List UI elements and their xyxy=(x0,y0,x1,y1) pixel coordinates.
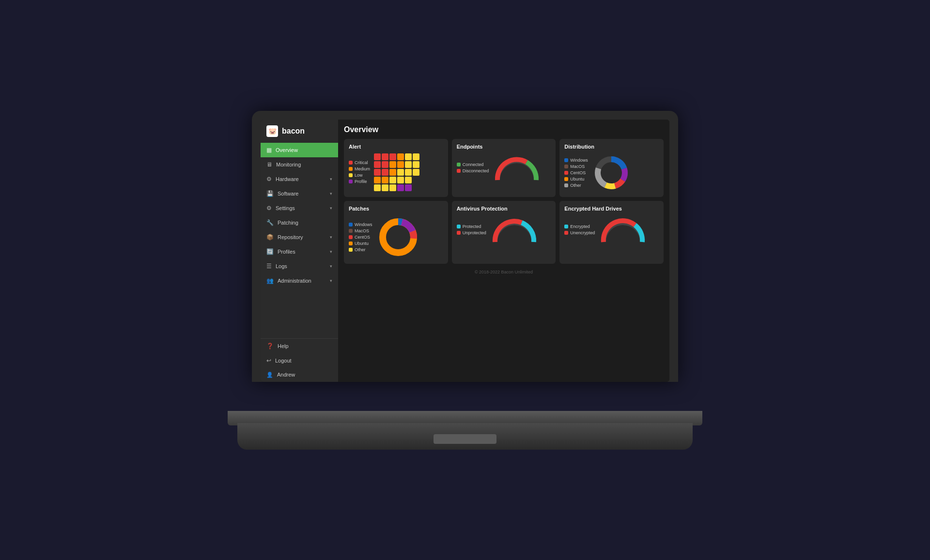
sidebar-item-software[interactable]: 💾 Software ▾ xyxy=(261,186,338,201)
heatmap-cell xyxy=(397,169,404,176)
sidebar-item-logs[interactable]: ☰ Logs ▾ xyxy=(261,259,338,273)
heatmap-cell xyxy=(413,169,419,176)
patches-donut xyxy=(376,215,420,259)
sidebar-item-settings[interactable]: ⚙ Settings ▾ xyxy=(261,201,338,215)
overview-icon: ▦ xyxy=(266,147,272,153)
main-content: Overview Alert Critical xyxy=(338,120,669,382)
user-icon: 👤 xyxy=(266,372,273,378)
trackpad xyxy=(434,434,496,444)
administration-icon: 👥 xyxy=(266,277,274,284)
patches-card-inner: Windows MacOS CentOS xyxy=(349,215,443,259)
po-label: Other xyxy=(355,247,366,252)
encrypted-label: Encrypted xyxy=(570,224,590,229)
laptop-wrapper: 🐷 bacon ▦ Overview 🖥 Monitoring xyxy=(228,111,702,450)
heatmap-cell xyxy=(382,153,388,160)
logs-icon: ☰ xyxy=(266,263,272,270)
sidebar-item-hardware[interactable]: ⚙ Hardware ▾ xyxy=(261,172,338,186)
dist-other: Other xyxy=(564,183,588,188)
antivirus-gauge xyxy=(490,215,539,244)
pu-label: Ubuntu xyxy=(355,241,369,246)
laptop-bottom xyxy=(237,423,693,450)
heatmap-cell xyxy=(382,161,388,168)
sidebar-item-monitoring[interactable]: 🖥 Monitoring xyxy=(261,157,338,172)
windows-dot xyxy=(564,158,568,162)
distribution-legend: Windows MacOS CentOS xyxy=(564,158,588,188)
sidebar-item-repository[interactable]: 📦 Repository ▾ xyxy=(261,230,338,244)
sidebar-label-profiles: Profiles xyxy=(278,249,295,255)
settings-chevron: ▾ xyxy=(330,206,332,211)
heatmap-cell xyxy=(374,177,381,183)
sidebar-item-overview[interactable]: ▦ Overview xyxy=(261,143,338,157)
dist-centos: CentOS xyxy=(564,170,588,175)
patches-card: Patches Windows MacOS xyxy=(344,201,448,264)
sidebar-item-profiles[interactable]: 🔄 Profiles ▾ xyxy=(261,244,338,259)
ubuntu-label: Ubuntu xyxy=(570,177,584,182)
macos-label: MacOS xyxy=(570,164,585,169)
username: Andrew xyxy=(277,372,295,378)
sidebar: 🐷 bacon ▦ Overview 🖥 Monitoring xyxy=(261,120,338,382)
heatmap-cell xyxy=(389,153,396,160)
dist-windows: Windows xyxy=(564,158,588,163)
alert-legend-medium: Medium xyxy=(349,166,370,171)
antivirus-card: Antivirus Protection Protected Unprotect… xyxy=(452,201,556,264)
critical-label: Critical xyxy=(355,160,368,165)
distribution-card-title: Distribution xyxy=(564,144,659,150)
sidebar-label-patching: Patching xyxy=(278,220,298,226)
heatmap-cell xyxy=(374,153,381,160)
distribution-card-inner: Windows MacOS CentOS xyxy=(564,153,659,192)
other-dot xyxy=(564,183,568,187)
endpoints-legend-disconnected: Disconnected xyxy=(457,168,489,173)
low-dot xyxy=(349,173,353,177)
heatmap-cell xyxy=(382,184,388,191)
sidebar-label-logs: Logs xyxy=(276,263,287,269)
heatmap-cell xyxy=(374,169,381,176)
medium-label: Medium xyxy=(355,166,370,171)
pc-label: CentOS xyxy=(355,235,370,240)
protected-dot xyxy=(457,225,461,228)
heatmap-cell xyxy=(382,177,388,183)
ubuntu-dot xyxy=(564,177,568,181)
repository-chevron: ▾ xyxy=(330,235,332,240)
footer: © 2018-2022 Bacon Unlimited xyxy=(344,270,664,274)
sidebar-label-repository: Repository xyxy=(278,234,303,240)
sidebar-item-administration[interactable]: 👥 Administration ▾ xyxy=(261,273,338,288)
heatmap-cell xyxy=(405,184,412,191)
endpoints-card: Endpoints Connected Disconnected xyxy=(452,139,556,197)
alert-card-title: Alert xyxy=(349,144,443,150)
centos-label: CentOS xyxy=(570,170,586,175)
av-protected: Protected xyxy=(457,224,486,229)
windows-label: Windows xyxy=(570,158,588,163)
administration-chevron: ▾ xyxy=(330,278,332,283)
heatmap-cell xyxy=(389,161,396,168)
critical-dot xyxy=(349,161,353,165)
logo-area: 🐷 bacon xyxy=(261,120,338,143)
patches-legend: Windows MacOS CentOS xyxy=(349,222,372,252)
sidebar-item-logout[interactable]: ↩ Logout xyxy=(261,353,338,368)
enc-encrypted: Encrypted xyxy=(564,224,595,229)
sidebar-item-patching[interactable]: 🔧 Patching xyxy=(261,215,338,230)
sidebar-label-hardware: Hardware xyxy=(276,176,299,182)
sidebar-bottom: ❓ Help ↩ Logout 👤 Andrew xyxy=(261,338,338,382)
patch-centos: CentOS xyxy=(349,235,372,240)
heatmap-cell xyxy=(397,153,404,160)
profile-label: Profile xyxy=(355,179,367,184)
encrypted-card: Encrypted Hard Drives Encrypted Unencryp… xyxy=(559,201,664,264)
sidebar-item-help[interactable]: ❓ Help xyxy=(261,339,338,353)
alert-legend-critical: Critical xyxy=(349,160,370,165)
alert-legend-low: Low xyxy=(349,173,370,178)
antivirus-card-inner: Protected Unprotected xyxy=(457,215,551,244)
endpoints-card-inner: Connected Disconnected xyxy=(457,153,551,182)
alert-heatmap xyxy=(374,153,419,191)
other-label: Other xyxy=(570,183,581,188)
app-name: bacon xyxy=(282,127,305,136)
alert-legend-profile: Profile xyxy=(349,179,370,184)
pm-dot xyxy=(349,229,353,233)
heatmap-cell xyxy=(397,184,404,191)
software-chevron: ▾ xyxy=(330,191,332,196)
heatmap-cell xyxy=(397,177,404,183)
sidebar-label-settings: Settings xyxy=(276,205,295,211)
centos-dot xyxy=(564,171,568,175)
sidebar-label-help: Help xyxy=(278,343,289,349)
sidebar-label-administration: Administration xyxy=(278,278,311,284)
alert-legend: Critical Medium Low xyxy=(349,160,370,184)
